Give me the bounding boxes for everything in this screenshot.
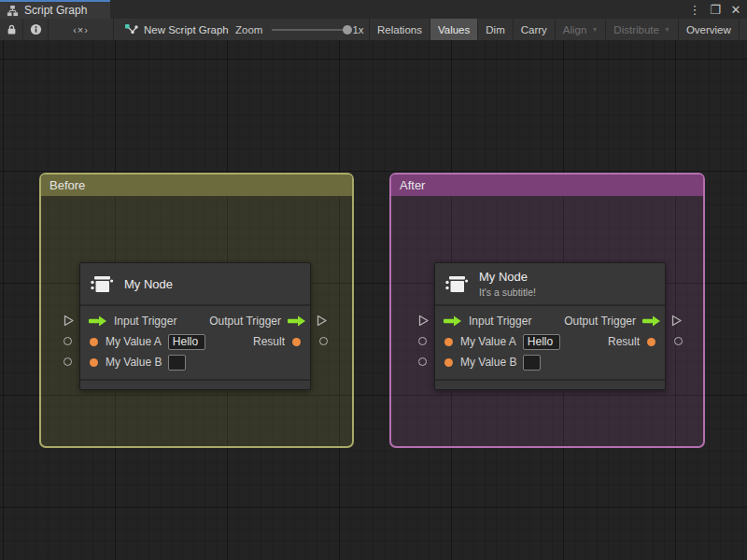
- graph-name-label: New Script Graph: [144, 24, 229, 35]
- value-a-port-icon[interactable]: [444, 338, 453, 346]
- script-graph-window: Script Graph ⋮ ❐ ✕: [0, 0, 747, 560]
- value-a-input[interactable]: [523, 334, 560, 350]
- zoom-label: Zoom: [235, 24, 262, 35]
- value-b-label: My Value B: [460, 356, 516, 369]
- node-titles: My Node: [124, 277, 173, 291]
- result-label: Result: [608, 335, 640, 348]
- group-after-header[interactable]: After: [391, 175, 703, 196]
- value-a-port-icon[interactable]: [90, 338, 98, 346]
- node-header[interactable]: My Node It's a subtitle!: [435, 263, 665, 306]
- value-a-input[interactable]: [168, 334, 205, 350]
- outer-input-trigger-port[interactable]: [63, 315, 75, 327]
- zoom-slider-handle[interactable]: [343, 25, 352, 35]
- node-ports-area: Input Trigger Output Trigger My Value A …: [80, 306, 310, 379]
- value-a-label: My Value A: [460, 335, 516, 348]
- outer-value-b-port[interactable]: [63, 357, 72, 366]
- code-icon: ‹×›: [73, 24, 89, 35]
- node-footer: [435, 379, 665, 389]
- node-my-node-before[interactable]: My Node Input Trigger Output Trigger: [79, 262, 311, 390]
- output-trigger-port-icon[interactable]: [642, 315, 661, 327]
- toolbar-buttons: Relations Values Dim Carry Align ▼ Distr…: [369, 19, 747, 40]
- value-b-input[interactable]: [523, 355, 541, 371]
- node-my-node-after[interactable]: My Node It's a subtitle! Input Trigger O…: [434, 262, 666, 390]
- info-icon: [30, 23, 42, 35]
- close-icon[interactable]: ✕: [728, 3, 743, 17]
- chevron-down-icon: ▼: [591, 26, 598, 33]
- info-button[interactable]: [23, 19, 49, 40]
- outer-output-trigger-port[interactable]: [671, 315, 683, 327]
- value-a-row: My Value A Result: [435, 331, 665, 352]
- result-label: Result: [253, 335, 285, 348]
- value-a-row: My Value A Result: [80, 331, 310, 352]
- zoom-slider-track[interactable]: [272, 29, 348, 31]
- toolbar-left-group: ‹×›: [0, 19, 114, 40]
- title-bar: Script Graph ⋮ ❐ ✕: [0, 0, 747, 19]
- outer-result-port[interactable]: [674, 337, 683, 345]
- result-port-icon[interactable]: [292, 338, 301, 346]
- node-ports-area: Input Trigger Output Trigger My Value A …: [435, 306, 665, 379]
- value-b-row: My Value B: [80, 352, 310, 372]
- value-b-port-icon[interactable]: [444, 358, 453, 367]
- outer-input-trigger-port[interactable]: [418, 315, 430, 327]
- node-title: My Node: [479, 270, 536, 284]
- tab-label: Script Graph: [24, 4, 87, 17]
- node-titles: My Node It's a subtitle!: [479, 270, 536, 298]
- value-b-input[interactable]: [168, 355, 186, 371]
- input-trigger-label: Input Trigger: [114, 315, 176, 328]
- outer-result-port[interactable]: [319, 337, 328, 345]
- value-b-label: My Value B: [106, 356, 162, 369]
- graph-canvas[interactable]: Before After: [0, 40, 747, 560]
- node-header[interactable]: My Node: [80, 263, 310, 306]
- node-footer: [80, 379, 310, 389]
- carry-button[interactable]: Carry: [514, 19, 556, 40]
- input-trigger-port-icon[interactable]: [444, 315, 462, 327]
- result-port-icon[interactable]: [647, 338, 655, 346]
- graph-hierarchy-icon: [7, 5, 19, 17]
- full-screen-button[interactable]: Full Screen: [740, 19, 747, 40]
- align-button: Align ▼: [556, 19, 607, 40]
- output-trigger-label: Output Trigger: [564, 315, 636, 328]
- custom-node-icon: [90, 272, 114, 296]
- input-trigger-port-icon[interactable]: [89, 315, 107, 327]
- custom-node-icon: [444, 272, 469, 296]
- value-a-label: My Value A: [106, 335, 162, 348]
- chevron-down-icon: ▼: [664, 26, 670, 33]
- lock-icon: [6, 23, 18, 35]
- node-title: My Node: [124, 277, 173, 291]
- script-graph-icon: [124, 23, 138, 36]
- code-preview-button[interactable]: ‹×›: [49, 19, 114, 40]
- graph-toolbar: ‹×› New Script Graph Zoom 1x Relations V…: [0, 19, 747, 40]
- group-after-label: After: [400, 178, 425, 192]
- values-button[interactable]: Values: [430, 19, 478, 40]
- overview-button[interactable]: Overview: [679, 19, 740, 40]
- graph-title-area[interactable]: New Script Graph: [124, 19, 229, 40]
- zoom-value: 1x: [352, 24, 363, 35]
- group-before-header[interactable]: Before: [41, 175, 352, 196]
- maximize-icon[interactable]: ❐: [708, 3, 723, 17]
- group-before-label: Before: [49, 178, 85, 192]
- tab-script-graph[interactable]: Script Graph: [0, 0, 110, 19]
- lock-button[interactable]: [0, 19, 23, 40]
- zoom-control: Zoom 1x: [235, 19, 364, 40]
- outer-value-a-port[interactable]: [418, 337, 427, 345]
- input-trigger-label: Input Trigger: [469, 315, 531, 328]
- menu-icon[interactable]: ⋮: [687, 3, 702, 17]
- node-subtitle: It's a subtitle!: [479, 287, 536, 298]
- value-b-row: My Value B: [435, 352, 665, 372]
- trigger-row: Input Trigger Output Trigger: [435, 311, 665, 331]
- outer-value-b-port[interactable]: [418, 357, 427, 366]
- distribute-button: Distribute ▼: [606, 19, 679, 40]
- output-trigger-label: Output Trigger: [209, 315, 281, 328]
- relations-button[interactable]: Relations: [370, 19, 430, 40]
- value-b-port-icon[interactable]: [90, 358, 98, 367]
- outer-output-trigger-port[interactable]: [317, 315, 328, 327]
- trigger-row: Input Trigger Output Trigger: [80, 311, 310, 331]
- outer-value-a-port[interactable]: [63, 337, 72, 345]
- dim-button[interactable]: Dim: [478, 19, 513, 40]
- output-trigger-port-icon[interactable]: [288, 315, 306, 327]
- window-controls: ⋮ ❐ ✕: [687, 0, 743, 19]
